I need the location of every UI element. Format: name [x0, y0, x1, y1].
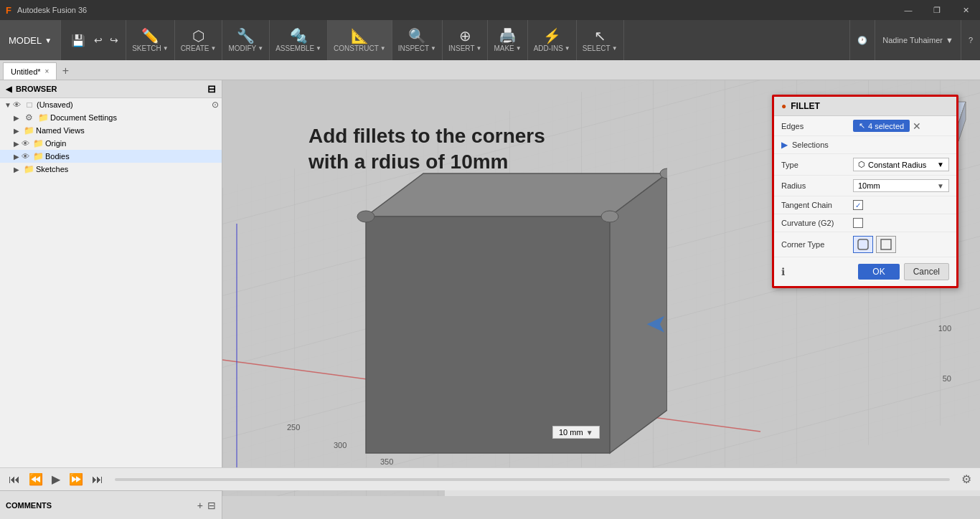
svg-point-7 — [357, 211, 374, 222]
close-button[interactable]: ✕ — [951, 0, 980, 20]
timeline-play-button[interactable]: ▶ — [49, 471, 63, 487]
main-toolbar: MODEL ▼ 💾 ↩ ↪ ✏️ SKETCH ▼ ⬡ CREATE ▼ 🔧 M… — [0, 20, 980, 60]
fillet-selections-row[interactable]: ▶ Selections — [774, 136, 956, 154]
selections-expand-icon: ▶ — [781, 140, 788, 150]
comment-label: COMMENTS — [6, 501, 193, 510]
fillet-header-icon: ● — [781, 101, 786, 111]
tree-item-sketches[interactable]: ▶ 📁 Sketches — [0, 163, 222, 176]
fillet-radius-label: Radius — [781, 181, 853, 190]
fillet-edges-row: Edges ↖ 4 selected ✕ — [774, 116, 956, 136]
radius-dropdown-icon[interactable]: ▼ — [586, 429, 593, 437]
type-dropdown[interactable]: ⬡ Constant Radius ▼ — [853, 158, 949, 171]
tree-item-unsaved[interactable]: ▼ 👁 □ (Unsaved) ⊙ — [0, 98, 222, 111]
fillet-type-row: Type ⬡ Constant Radius ▼ — [774, 154, 956, 176]
construct-toolbar-section[interactable]: 📐 CONSTRUCT ▼ — [328, 20, 392, 60]
assemble-toolbar-section[interactable]: 🔩 ASSEMBLE ▼ — [270, 20, 328, 60]
comment-pin-button[interactable]: ⊟ — [207, 500, 216, 511]
undo-button[interactable]: ↩ — [91, 33, 105, 47]
minimize-button[interactable]: — — [894, 0, 923, 20]
new-tab-button[interactable]: + — [57, 62, 74, 80]
timeline-bar: ⏮ ⏪ ▶ ⏩ ⏭ ⚙ — [0, 467, 980, 490]
history-button[interactable]: 🕐 — [849, 20, 875, 60]
save-button[interactable]: 💾 — [65, 20, 91, 60]
svg-marker-5 — [366, 216, 610, 453]
tree-item-named-views[interactable]: ▶ 📁 Named Views — [0, 124, 222, 137]
corner-type-btn-1[interactable] — [853, 236, 873, 253]
fillet-cancel-button[interactable]: Cancel — [904, 263, 949, 280]
svg-rect-14 — [858, 239, 868, 249]
fillet-ok-button[interactable]: OK — [858, 264, 899, 280]
redo-button[interactable]: ↪ — [107, 33, 121, 47]
svg-rect-15 — [881, 239, 891, 249]
tree-item-origin[interactable]: ▶ 👁 📁 Origin — [0, 137, 222, 150]
tree-item-doc-settings[interactable]: ▶ ⚙ 📁 Document Settings — [0, 111, 222, 124]
fillet-curvature-label: Curvature (G2) — [781, 219, 853, 227]
tangent-chain-checkbox[interactable]: ✓ — [853, 200, 863, 210]
user-menu[interactable]: Nadine Tuhaimer ▼ — [875, 20, 961, 60]
fillet-tangent-label: Tangent Chain — [781, 201, 853, 209]
select-toolbar-section[interactable]: ↖ SELECT ▼ — [577, 20, 624, 60]
curvature-checkbox[interactable] — [853, 218, 863, 228]
active-tab[interactable]: Untitled* × — [3, 62, 57, 80]
fillet-footer: ℹ OK Cancel — [774, 257, 956, 286]
edges-selected-badge[interactable]: ↖ 4 selected — [853, 120, 910, 132]
fillet-tangent-row: Tangent Chain ✓ — [774, 196, 956, 214]
tree-item-bodies[interactable]: ▶ 👁 📁 Bodies — [0, 150, 222, 163]
corner-type-btn-2[interactable] — [876, 236, 896, 253]
app-logo: F — [0, 5, 17, 16]
measure-250-bottom: 250 — [287, 423, 300, 432]
edges-clear-button[interactable]: ✕ — [913, 120, 921, 132]
measure-350-bottom: 350 — [380, 457, 393, 466]
cursor-icon: ↖ — [859, 121, 865, 130]
model-button[interactable]: MODEL ▼ — [0, 20, 61, 60]
radius-indicator: 10 mm ▼ — [552, 426, 600, 439]
inspect-toolbar-section[interactable]: 🔍 INSPECT ▼ — [392, 20, 443, 60]
radius-input[interactable]: 10mm ▼ — [853, 179, 949, 192]
browser-pin-button[interactable]: ⊟ — [207, 83, 216, 95]
timeline-settings-button[interactable]: ⚙ — [958, 471, 974, 487]
insert-toolbar-section[interactable]: ⊕ INSERT ▼ — [443, 20, 488, 60]
browser-panel: ◀ BROWSER ⊟ ▼ 👁 □ (Unsaved) ⊙ ▶ ⚙ 📁 Docu… — [0, 80, 222, 496]
title-bar: F Autodesk Fusion 36 — ❐ ✕ — [0, 0, 980, 20]
timeline-next-button[interactable]: ⏩ — [66, 471, 86, 487]
fillet-curvature-row: Curvature (G2) — [774, 214, 956, 232]
fillet-type-label: Type — [781, 161, 853, 169]
measure-50-right: 50 — [943, 374, 951, 383]
modify-toolbar-section[interactable]: 🔧 MODIFY ▼ — [222, 20, 270, 60]
timeline-track[interactable] — [115, 478, 950, 481]
help-button[interactable]: ? — [961, 20, 980, 60]
fillet-title: FILLET — [791, 101, 949, 111]
fillet-corner-type-label: Corner Type — [781, 240, 853, 249]
timeline-prev-button[interactable]: ⏪ — [26, 471, 46, 487]
restore-button[interactable]: ❐ — [923, 0, 951, 20]
tab-bar: Untitled* × + — [0, 60, 980, 80]
main-content: ◀ BROWSER ⊟ ▼ 👁 □ (Unsaved) ⊙ ▶ ⚙ 📁 Docu… — [0, 80, 980, 496]
fillet-edges-label: Edges — [781, 122, 853, 130]
tab-close-button[interactable]: × — [45, 67, 50, 75]
addins-toolbar-section[interactable]: ⚡ ADD-INS ▼ — [528, 20, 577, 60]
fillet-header: ● FILLET — [774, 97, 956, 116]
measure-300-bottom: 300 — [334, 441, 347, 449]
timeline-next-end-button[interactable]: ⏭ — [89, 472, 106, 487]
browser-header: ◀ BROWSER ⊟ — [0, 80, 222, 98]
sketch-toolbar-section[interactable]: ✏️ SKETCH ▼ — [126, 20, 174, 60]
create-toolbar-section[interactable]: ⬡ CREATE ▼ — [175, 20, 223, 60]
make-toolbar-section[interactable]: 🖨️ MAKE ▼ — [488, 20, 527, 60]
info-icon[interactable]: ℹ — [781, 266, 785, 277]
app-name: Autodesk Fusion 36 — [17, 6, 87, 14]
comment-bar: COMMENTS + ⊟ — [0, 490, 222, 519]
fillet-radius-row: Radius 10mm ▼ — [774, 176, 956, 196]
fillet-selections-label: Selections — [792, 141, 829, 149]
comment-add-button[interactable]: + — [197, 500, 203, 511]
svg-point-8 — [601, 211, 618, 222]
3d-box — [308, 152, 667, 496]
3d-viewport[interactable]: Add fillets to the corners with a rdius … — [222, 80, 980, 496]
fillet-corner-type-row: Corner Type — [774, 232, 956, 257]
browser-collapse-button[interactable]: ◀ — [6, 85, 11, 94]
timeline-prev-start-button[interactable]: ⏮ — [6, 472, 23, 487]
measure-100-right: 100 — [938, 324, 951, 333]
fillet-dialog: ● FILLET Edges ↖ 4 selected ✕ ▶ Selectio… — [772, 95, 958, 288]
